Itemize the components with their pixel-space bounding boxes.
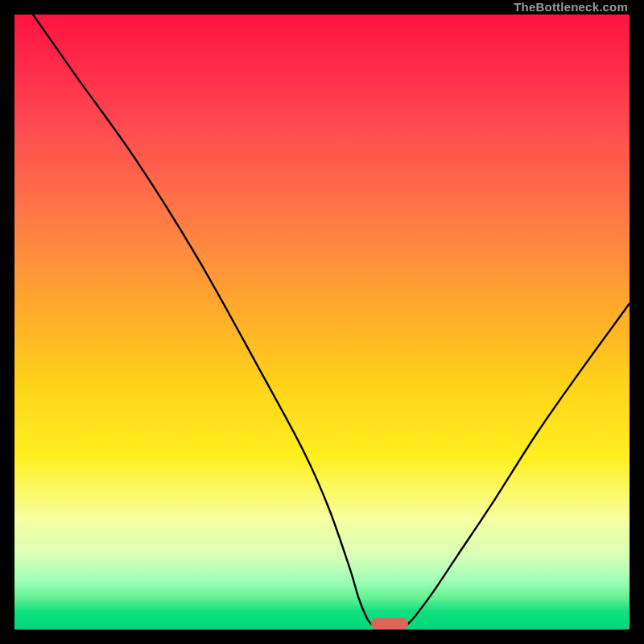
- curve-left-branch: [33, 14, 374, 626]
- curve-right-branch: [405, 303, 630, 626]
- chart-plot-area: [14, 14, 630, 630]
- attribution-label: TheBottleneck.com: [514, 0, 628, 14]
- chart-frame: TheBottleneck.com: [0, 0, 644, 644]
- optimum-marker: [371, 618, 408, 630]
- bottleneck-curve: [14, 14, 630, 630]
